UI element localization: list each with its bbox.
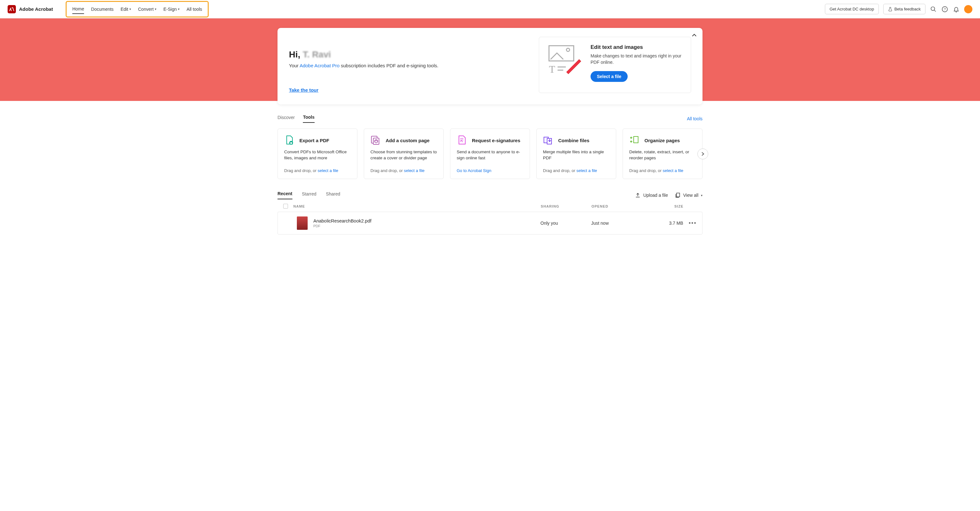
tab-shared[interactable]: Shared <box>326 192 340 199</box>
nav-home[interactable]: Home <box>72 5 84 14</box>
file-sharing: Only you <box>541 220 591 226</box>
tool-organize-pages[interactable]: Organize pages Delete, rotate, extract, … <box>622 129 703 179</box>
select-file-link[interactable]: select a file <box>577 168 597 173</box>
all-tools-link[interactable]: All tools <box>687 116 703 121</box>
tool-export-pdf[interactable]: Export a PDF Convert PDFs to Microsoft O… <box>277 129 358 179</box>
upload-label: Upload a file <box>643 193 668 198</box>
nav-edit[interactable]: Edit▾ <box>121 5 131 14</box>
col-name[interactable]: NAME <box>293 204 541 208</box>
tool-desc: Choose from stunning templates to create… <box>371 149 437 161</box>
file-more-icon[interactable]: ••• <box>689 220 697 226</box>
file-row[interactable]: AnabolicResearchBook2.pdf PDF Only you J… <box>277 212 703 235</box>
nav-documents[interactable]: Documents <box>91 5 113 14</box>
tool-combine-files[interactable]: Combine files Merge multiple files into … <box>536 129 616 179</box>
tool-request-esignatures[interactable]: Request e-signatures Send a document to … <box>450 129 530 179</box>
svg-rect-4 <box>549 46 574 61</box>
take-tour-link[interactable]: Take the tour <box>289 87 318 93</box>
tab-recent[interactable]: Recent <box>277 191 293 199</box>
file-thumbnail <box>297 216 308 230</box>
file-opened: Just now <box>591 220 642 226</box>
select-file-button[interactable]: Select a file <box>590 71 628 82</box>
tab-discover[interactable]: Discover <box>277 115 294 123</box>
greet-name: T. Ravi <box>303 50 331 59</box>
tool-action: Drag and drop, or select a file <box>284 168 351 173</box>
file-size: 3.7 MB <box>642 220 683 226</box>
svg-line-1 <box>934 10 936 11</box>
esign-icon <box>457 135 467 145</box>
nav-esign-label: E-Sign <box>163 7 177 12</box>
upload-icon <box>635 192 641 198</box>
organize-icon <box>629 135 640 145</box>
tab-tools[interactable]: Tools <box>303 115 314 123</box>
svg-rect-15 <box>634 136 638 143</box>
bell-icon[interactable] <box>953 6 960 13</box>
combine-icon <box>543 135 553 145</box>
select-file-link[interactable]: select a file <box>318 168 339 173</box>
nav-convert[interactable]: Convert▾ <box>138 5 156 14</box>
hero-card: Hi, T. Ravi Your Adobe Acrobat Pro subsc… <box>277 28 703 104</box>
chevron-down-icon: ▾ <box>129 7 131 11</box>
nav-documents-label: Documents <box>91 7 113 12</box>
acrobat-sign-link[interactable]: Go to Acrobat Sign <box>457 168 491 173</box>
sub-suffix: subscription includes PDF and e-signing … <box>340 63 439 68</box>
tool-action: Go to Acrobat Sign <box>457 168 523 173</box>
user-avatar[interactable] <box>964 5 972 13</box>
search-icon[interactable] <box>930 6 937 13</box>
file-type: PDF <box>313 224 371 228</box>
viewall-label: View all <box>683 193 698 198</box>
tool-title: Organize pages <box>644 138 680 143</box>
collapse-hero-icon[interactable] <box>692 32 697 38</box>
select-file-link[interactable]: select a file <box>404 168 425 173</box>
greet-prefix: Hi, <box>289 50 303 59</box>
tools-row: Export a PDF Convert PDFs to Microsoft O… <box>277 129 703 179</box>
tool-title: Combine files <box>558 138 589 143</box>
beta-label: Beta feedback <box>894 7 921 11</box>
col-size[interactable]: SIZE <box>642 204 684 208</box>
nav-esign[interactable]: E-Sign▾ <box>163 5 180 14</box>
help-icon[interactable]: ? <box>941 6 948 13</box>
greeting: Hi, T. Ravi <box>289 50 526 60</box>
nav-convert-label: Convert <box>138 7 153 12</box>
export-pdf-icon <box>284 135 294 145</box>
header-actions: Get Acrobat DC desktop Beta feedback ? <box>825 4 972 14</box>
tool-add-custom-page[interactable]: Add a custom page Choose from stunning t… <box>364 129 444 179</box>
tool-desc: Convert PDFs to Microsoft Office files, … <box>284 149 351 161</box>
promo-title: Edit text and images <box>590 44 682 51</box>
chevron-down-icon: ▾ <box>178 7 180 11</box>
tool-action: Drag and drop, or select a file <box>543 168 609 173</box>
recent-tabs: Recent Starred Shared Upload a file View… <box>277 191 703 199</box>
col-opened[interactable]: OPENED <box>592 204 642 208</box>
select-all-checkbox[interactable] <box>283 204 288 209</box>
tools-scroll-next-button[interactable] <box>697 149 708 159</box>
acrobat-pro-link[interactable]: Adobe Acrobat Pro <box>300 63 340 68</box>
nav-edit-label: Edit <box>121 7 128 12</box>
view-all-button[interactable]: View all ▾ <box>675 192 703 198</box>
tool-desc: Merge multiple files into a single PDF <box>543 149 609 161</box>
tool-action: Drag and drop, or select a file <box>629 168 696 173</box>
chevron-down-icon: ▾ <box>155 7 156 11</box>
file-name: AnabolicResearchBook2.pdf <box>313 218 371 224</box>
col-sharing[interactable]: SHARING <box>541 204 592 208</box>
section-tabs: Discover Tools All tools <box>277 115 703 123</box>
tab-starred[interactable]: Starred <box>302 192 317 199</box>
select-file-link[interactable]: select a file <box>663 168 684 173</box>
svg-rect-11 <box>373 138 379 144</box>
svg-point-0 <box>931 7 935 11</box>
beta-feedback-button[interactable]: Beta feedback <box>883 4 926 14</box>
app-header: Adobe Acrobat Home Documents Edit▾ Conve… <box>0 0 980 18</box>
tool-desc: Send a document to anyone to e-sign onli… <box>457 149 523 161</box>
promo-description: Make changes to text and images right in… <box>590 53 682 65</box>
tool-title: Add a custom page <box>386 138 430 143</box>
subscription-text: Your Adobe Acrobat Pro subscription incl… <box>289 63 526 68</box>
upload-file-button[interactable]: Upload a file <box>635 192 668 198</box>
svg-text:?: ? <box>944 7 946 11</box>
brand: Adobe Acrobat <box>8 5 53 13</box>
svg-point-5 <box>566 48 570 51</box>
nav-all-tools-label: All tools <box>186 7 202 12</box>
files-table-header: NAME SHARING OPENED SIZE <box>277 199 703 212</box>
promo-card: T Edit text and images Make changes to t… <box>539 37 691 93</box>
nav-all-tools[interactable]: All tools <box>186 5 202 14</box>
tool-title: Request e-signatures <box>472 138 520 143</box>
get-desktop-button[interactable]: Get Acrobat DC desktop <box>825 4 879 14</box>
svg-rect-16 <box>676 193 680 197</box>
